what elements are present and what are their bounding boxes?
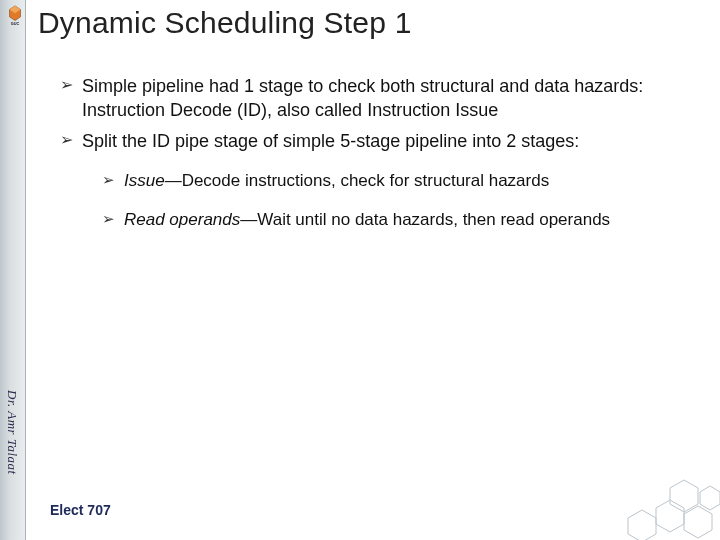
sub-bullet-1-rest: —Decode instructions, check for structur… [165,171,550,190]
bullet-arrow-icon: ➢ [102,208,124,231]
author-vertical: Dr. Amr Talaat [4,390,20,475]
bullet-arrow-icon: ➢ [102,169,124,192]
svg-marker-4 [684,506,712,538]
svg-marker-5 [670,480,698,512]
hex-pattern-icon [580,450,720,540]
svg-marker-6 [628,510,656,540]
slide: GUC Dynamic Scheduling Step 1 ➢ Simple p… [0,0,720,540]
bullet-2-text: Split the ID pipe stage of simple 5-stag… [82,129,690,153]
course-code: Elect 707 [50,502,111,518]
svg-text:GUC: GUC [11,22,20,26]
slide-title: Dynamic Scheduling Step 1 [38,6,412,40]
sub-bullet-1-text: Issue—Decode instructions, check for str… [124,169,690,194]
corner-hex-art [580,450,720,540]
sub-bullet-2: ➢ Read operands—Wait until no data hazar… [102,208,690,233]
sub-bullets: ➢ Issue—Decode instructions, check for s… [102,169,690,232]
bullet-1-text: Simple pipeline had 1 stage to check bot… [82,74,690,123]
sub-bullet-2-em: Read operands [124,210,240,229]
sub-bullet-1: ➢ Issue—Decode instructions, check for s… [102,169,690,194]
sub-bullet-2-text: Read operands—Wait until no data hazards… [124,208,690,233]
guc-logo: GUC [4,4,26,26]
svg-marker-3 [656,500,684,532]
sub-bullet-1-em: Issue [124,171,165,190]
bullet-arrow-icon: ➢ [60,74,82,96]
bullet-2: ➢ Split the ID pipe stage of simple 5-st… [60,129,690,153]
content-area: ➢ Simple pipeline had 1 stage to check b… [60,70,690,246]
sub-bullet-2-rest: —Wait until no data hazards, then read o… [240,210,610,229]
bullet-arrow-icon: ➢ [60,129,82,151]
logo-icon: GUC [4,4,26,26]
svg-marker-7 [700,486,720,510]
bullet-1: ➢ Simple pipeline had 1 stage to check b… [60,74,690,123]
